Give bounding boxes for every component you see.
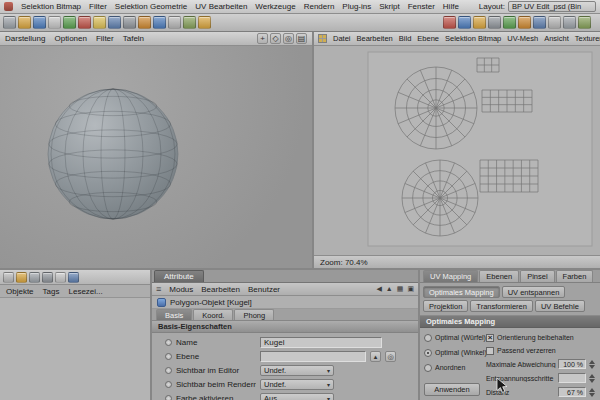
stepper[interactable]	[588, 388, 596, 397]
menu-item-bearbeiten-attr[interactable]: Bearbeiten	[201, 285, 240, 294]
menu-item-selektion-geometrie[interactable]: Selektion Geometrie	[115, 2, 187, 11]
tool-icon[interactable]	[93, 16, 106, 29]
tool-icon[interactable]	[29, 272, 40, 283]
rotate-icon[interactable]: ◎	[283, 33, 294, 44]
ebene-input[interactable]	[260, 351, 366, 362]
tool-icon[interactable]	[18, 16, 31, 29]
tab-koord[interactable]: Koord.	[193, 309, 233, 320]
tool-icon[interactable]	[48, 16, 61, 29]
tool-icon[interactable]	[563, 16, 576, 29]
object-manager-list[interactable]	[0, 298, 150, 400]
tool-icon[interactable]	[16, 272, 27, 283]
tool-icon[interactable]	[153, 16, 166, 29]
menu-item-modus[interactable]: Modus	[169, 285, 193, 294]
tool-icon[interactable]	[548, 16, 561, 29]
tool-icon[interactable]	[3, 272, 14, 283]
menu-item-ebene[interactable]: Ebene	[417, 34, 439, 43]
keyframe-dot-icon[interactable]	[165, 381, 172, 388]
tab-lesezeichen[interactable]: Lesezei...	[68, 287, 102, 296]
zoom-icon[interactable]: ◇	[270, 33, 281, 44]
menu-item-uv-bearbeiten[interactable]: UV Bearbeiten	[195, 2, 247, 11]
layer-browser-icon[interactable]: ◎	[385, 351, 396, 362]
uv-canvas[interactable]	[314, 46, 600, 255]
pan-icon[interactable]: +	[257, 33, 268, 44]
projektion-button[interactable]: Projektion	[423, 300, 468, 312]
tab-tags[interactable]: Tags	[43, 287, 60, 296]
name-input[interactable]: Kugel	[260, 337, 382, 348]
menu-item-optionen[interactable]: Optionen	[54, 34, 86, 43]
menu-item-bearbeiten[interactable]: Bearbeiten	[357, 34, 393, 43]
menu-item-benutzer[interactable]: Benutzer	[248, 285, 280, 294]
tab-attribute[interactable]: Attribute	[154, 270, 204, 282]
tab-phong[interactable]: Phong	[234, 309, 274, 320]
uv-befehle-button[interactable]: UV Befehle	[535, 300, 585, 312]
menu-item-selektion-bitmap-uv[interactable]: Selektion Bitmap	[445, 34, 501, 43]
tool-icon[interactable]	[42, 272, 53, 283]
stepper[interactable]	[588, 374, 596, 383]
menu-item-hilfe[interactable]: Hilfe	[443, 2, 459, 11]
entspannungsschritte-input[interactable]	[558, 373, 586, 383]
menu-item-darstellung[interactable]: Darstellung	[5, 34, 45, 43]
menu-item-fenster[interactable]: Fenster	[408, 2, 435, 11]
menu-item-datei[interactable]: Datei	[333, 34, 351, 43]
tool-icon[interactable]	[518, 16, 531, 29]
3d-canvas[interactable]	[0, 46, 312, 268]
tool-icon[interactable]	[443, 16, 456, 29]
tool-icon[interactable]	[78, 16, 91, 29]
tool-icon[interactable]	[55, 272, 66, 283]
history-up-icon[interactable]: ▲	[386, 285, 393, 293]
tool-icon[interactable]	[138, 16, 151, 29]
check-row-orientierung[interactable]: Orientierung beibehalten	[486, 332, 596, 343]
menu-item-filter[interactable]: Filter	[89, 2, 107, 11]
keyframe-dot-icon[interactable]	[165, 339, 172, 346]
stepper[interactable]	[588, 360, 596, 369]
keyframe-dot-icon[interactable]	[165, 367, 172, 374]
radio-row-winkel[interactable]: Optimal (Winkel)	[424, 347, 486, 358]
menu-item-plugins[interactable]: Plug-ins	[342, 2, 371, 11]
keyframe-dot-icon[interactable]	[165, 395, 172, 400]
tab-ebenen[interactable]: Ebenen	[479, 270, 519, 282]
menu-item-selektion-bitmap[interactable]: Selektion Bitmap	[21, 2, 81, 11]
optimales-mapping-button[interactable]: Optimales Mapping	[423, 286, 500, 298]
keyframe-dot-icon[interactable]	[165, 353, 172, 360]
uv-entspannen-button[interactable]: UV entspannen	[502, 286, 566, 298]
search-icon[interactable]: ▦	[397, 285, 404, 293]
radio-icon[interactable]	[424, 349, 432, 357]
radio-row-wuerfel[interactable]: Optimal (Würfel)	[424, 332, 486, 343]
check-row-passend[interactable]: Passend verzerren	[486, 345, 596, 356]
tool-icon[interactable]	[198, 16, 211, 29]
checkbox-icon[interactable]	[486, 347, 494, 355]
tool-icon[interactable]	[3, 16, 16, 29]
tool-icon[interactable]	[473, 16, 486, 29]
tool-icon[interactable]	[123, 16, 136, 29]
menu-item-ansicht[interactable]: Ansicht	[544, 34, 569, 43]
tab-uv-mapping[interactable]: UV Mapping	[423, 270, 478, 282]
radio-icon[interactable]	[424, 364, 432, 372]
layout-dropdown[interactable]: BP UV Edit_psd (Bin	[508, 1, 596, 12]
tool-icon[interactable]	[458, 16, 471, 29]
tab-pinsel[interactable]: Pinsel	[520, 270, 554, 282]
panel-menu-icon[interactable]: ≡	[156, 284, 161, 294]
menu-item-tafeln[interactable]: Tafeln	[123, 34, 144, 43]
section-basis-eigenschaften[interactable]: Basis-Eigenschaften	[152, 321, 418, 333]
radio-icon[interactable]	[424, 334, 432, 342]
menu-item-filter-vp[interactable]: Filter	[96, 34, 114, 43]
tab-farben[interactable]: Farben	[556, 270, 594, 282]
history-back-icon[interactable]: ◀	[376, 285, 381, 293]
menu-item-rendern[interactable]: Rendern	[304, 2, 335, 11]
distanz-input[interactable]: 67 %	[558, 387, 586, 397]
menu-item-uv-mesh[interactable]: UV-Mesh	[507, 34, 538, 43]
menu-item-skript[interactable]: Skript	[379, 2, 399, 11]
menu-item-texturen[interactable]: Texturen	[575, 34, 600, 43]
menu-item-bild[interactable]: Bild	[399, 34, 412, 43]
tool-icon[interactable]	[68, 272, 79, 283]
tool-icon[interactable]	[488, 16, 501, 29]
transformieren-button[interactable]: Transformieren	[470, 300, 533, 312]
tab-basis[interactable]: Basis	[156, 309, 192, 320]
anwenden-button[interactable]: Anwenden	[424, 383, 480, 396]
sichtbar-rendern-dropdown[interactable]: Undef. ▾	[260, 379, 334, 390]
tool-icon[interactable]	[108, 16, 121, 29]
farbe-aktivieren-dropdown[interactable]: Aus ▾	[260, 393, 334, 400]
tool-icon[interactable]	[33, 16, 46, 29]
abweichung-input[interactable]: 100 %	[558, 359, 586, 369]
